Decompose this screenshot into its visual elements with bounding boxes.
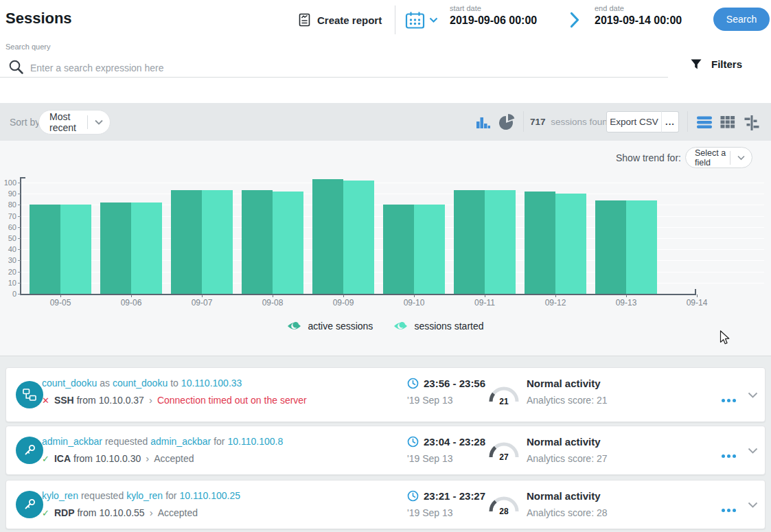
- y-axis-tick: [18, 238, 21, 239]
- x-axis-label: 09-05: [33, 298, 88, 308]
- eye-icon: [287, 321, 301, 331]
- analytics-score-label: Analytics score: 21: [527, 395, 608, 406]
- date-range-arrow-icon: [570, 12, 580, 28]
- session-user-link[interactable]: kylo_ren: [42, 490, 78, 501]
- bar-active-sessions: [525, 192, 555, 294]
- analytics-score-gauge: 28: [488, 493, 520, 516]
- session-line2: ✕SSHfrom10.10.0.37›Connection timed out …: [42, 394, 307, 406]
- bar-sessions-started: [131, 203, 162, 294]
- session-line2: ✓ICAfrom10.10.0.30›Accepted: [42, 452, 194, 464]
- more-options-button[interactable]: [722, 448, 738, 461]
- session-time-range: 23:04 - 23:28: [424, 436, 485, 448]
- search-input-underline: [0, 77, 668, 78]
- session-time-range: 23:21 - 23:27: [424, 490, 485, 502]
- expand-chevron-icon[interactable]: [748, 448, 758, 454]
- session-user-link[interactable]: admin_ackbar: [42, 436, 102, 447]
- filters-label: Filters: [711, 58, 742, 70]
- session-user-link[interactable]: count_dooku: [42, 378, 97, 389]
- legend-label: active sessions: [308, 321, 373, 332]
- more-options-button[interactable]: [722, 502, 738, 515]
- y-axis-label: 40: [0, 245, 16, 253]
- error-icon: ✕: [42, 395, 49, 406]
- end-date-field[interactable]: end date 2019-09-14 00:00: [595, 4, 682, 27]
- protocol-label: RDP: [54, 507, 75, 518]
- remote-desktop-icon: [21, 386, 38, 403]
- session-target-link[interactable]: 10.110.100.33: [181, 378, 242, 389]
- from-text: from: [77, 395, 96, 406]
- x-axis-tick: [273, 294, 273, 297]
- pie-chart-view-icon[interactable]: [498, 114, 516, 131]
- x-axis-label: 09-14: [669, 298, 724, 308]
- list-view-icon[interactable]: [696, 116, 713, 129]
- date-range-picker-button[interactable]: [405, 11, 438, 30]
- y-axis-label: 0: [0, 290, 16, 298]
- search-input[interactable]: [30, 60, 648, 76]
- start-date-value[interactable]: 2019-09-06 00:00: [450, 14, 537, 27]
- connector-text: for: [214, 436, 225, 447]
- session-user2-link[interactable]: admin_ackbar: [150, 436, 211, 447]
- chevron-right-icon: ›: [146, 452, 149, 464]
- y-axis-tick: [18, 260, 21, 261]
- credential-session-avatar: [16, 437, 43, 464]
- protocol-label: SSH: [54, 395, 74, 406]
- bar-sessions-started: [414, 205, 445, 294]
- table-view-icon[interactable]: [720, 115, 736, 130]
- session-user2-link[interactable]: count_dooku: [113, 378, 168, 389]
- session-card[interactable]: admin_ackbarrequestedadmin_ackbarfor10.1…: [5, 426, 766, 475]
- session-line1: kylo_renrequestedkylo_renfor10.110.100.2…: [42, 490, 243, 501]
- y-axis-tick: [18, 227, 21, 228]
- export-csv-button[interactable]: Export CSV: [606, 111, 662, 132]
- legend-toggle-sessions-started[interactable]: sessions started: [393, 321, 483, 332]
- expand-chevron-icon[interactable]: [748, 502, 758, 508]
- session-line2: ✓RDPfrom10.10.0.55›Accepted: [42, 507, 198, 518]
- clock-icon: [407, 436, 419, 448]
- connector-text: requested: [81, 490, 124, 501]
- y-axis-tick: [18, 249, 21, 250]
- sort-by-label: Sort by: [10, 117, 40, 128]
- chevron-down-icon: [429, 17, 438, 23]
- session-verdict: Normal activity: [527, 490, 608, 502]
- connector-text: as: [100, 378, 110, 389]
- y-axis-cap: [20, 177, 25, 178]
- end-date-value[interactable]: 2019-09-14 00:00: [595, 14, 682, 27]
- trend-field-dropdown[interactable]: Select a field: [685, 147, 752, 168]
- start-date-field[interactable]: start date 2019-09-06 00:00: [450, 4, 537, 27]
- session-result: Connection timed out on the server: [157, 395, 307, 406]
- show-trend-label: Show trend for:: [616, 152, 681, 163]
- x-axis-label: 09-13: [599, 298, 654, 308]
- search-button[interactable]: Search: [713, 8, 770, 31]
- export-more-button[interactable]: ...: [661, 111, 679, 132]
- source-address: 10.10.0.55: [99, 507, 144, 518]
- key-icon: [22, 443, 37, 458]
- y-axis-label: 100: [0, 178, 16, 187]
- sort-by-dropdown[interactable]: Most recent: [38, 110, 111, 135]
- bar-chart-view-icon[interactable]: [475, 114, 492, 130]
- start-date-label: start date: [450, 4, 537, 12]
- bar-sessions-started: [273, 192, 303, 294]
- session-target-link[interactable]: 10.110.100.25: [179, 490, 240, 501]
- analytics-score-label: Analytics score: 28: [527, 507, 608, 518]
- filters-button[interactable]: Filters: [690, 58, 742, 70]
- bar-sessions-started: [202, 190, 233, 294]
- session-result: Accepted: [158, 507, 198, 518]
- y-axis-tick: [18, 272, 21, 273]
- bar-active-sessions: [171, 190, 202, 294]
- y-axis-tick: [18, 294, 21, 294]
- session-card[interactable]: kylo_renrequestedkylo_renfor10.110.100.2…: [5, 480, 766, 529]
- session-result: Accepted: [154, 453, 194, 464]
- session-card[interactable]: count_dookuascount_dookuto10.110.100.33 …: [5, 367, 766, 422]
- page-title: Sessions: [5, 10, 72, 27]
- flow-view-icon[interactable]: [744, 115, 760, 130]
- sessions-count-suffix: sessions found: [551, 117, 612, 127]
- session-user2-link[interactable]: kylo_ren: [126, 490, 163, 501]
- y-axis-tick: [18, 205, 21, 205]
- clock-icon: [407, 378, 419, 389]
- connector-text: for: [165, 490, 176, 501]
- legend-toggle-active-sessions[interactable]: active sessions: [287, 321, 373, 332]
- create-report-button[interactable]: Create report: [298, 12, 382, 27]
- x-axis-tick: [697, 294, 698, 297]
- more-options-button[interactable]: [722, 393, 738, 405]
- gridline: [21, 183, 764, 183]
- session-target-link[interactable]: 10.110.100.8: [228, 436, 284, 447]
- expand-chevron-icon[interactable]: [748, 392, 758, 398]
